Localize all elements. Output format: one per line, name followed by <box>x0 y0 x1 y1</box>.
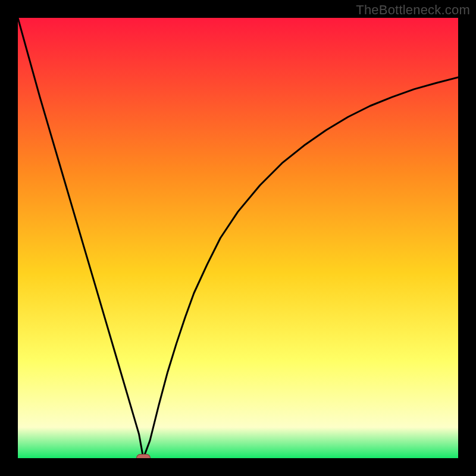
chart-frame: TheBottleneck.com <box>0 0 476 476</box>
watermark-text: TheBottleneck.com <box>356 2 470 18</box>
minimum-marker <box>136 454 151 458</box>
bottleneck-curve <box>18 18 458 458</box>
plot-area <box>18 18 458 458</box>
